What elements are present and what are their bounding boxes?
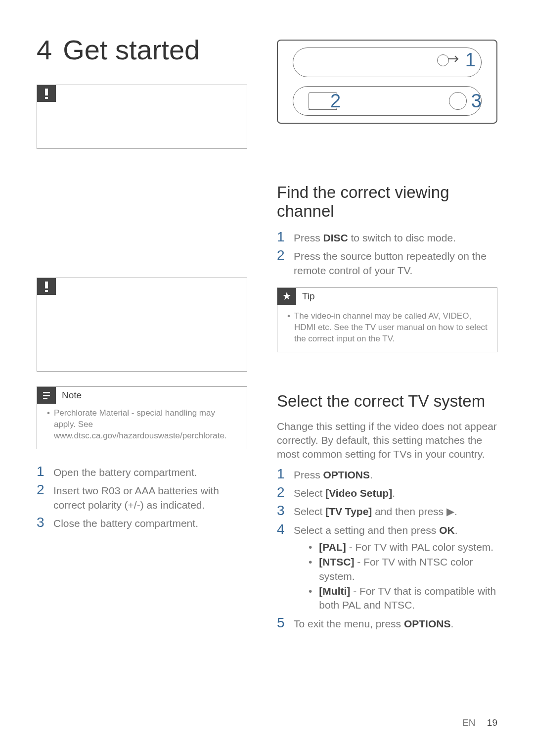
bullet-dot: • (309, 555, 312, 583)
page-footer: EN 19 (462, 717, 497, 728)
section-heading: Find the correct viewing channel (277, 183, 497, 221)
caution-box-1 (37, 85, 247, 149)
step-number: 1 (277, 230, 294, 245)
svg-rect-3 (45, 290, 48, 292)
sub-holder: •[PAL] - For TV with PAL color system.•[… (294, 540, 497, 613)
bullet-dot: • (309, 584, 312, 613)
caution-icon (37, 278, 56, 295)
note-icon (37, 387, 56, 404)
tip-icon (277, 288, 296, 305)
tip-content: • The video-in channel may be called AV,… (277, 305, 497, 352)
bullet-dot: • (287, 311, 290, 345)
caution-box-2 (37, 278, 247, 372)
chapter-number: 4 (37, 34, 52, 66)
chapter-title: 4Get started (37, 34, 247, 66)
caution-header (37, 278, 247, 295)
section-tv-system: Select the correct TV system Change this… (277, 392, 497, 631)
list-item: 5To exit the menu, press OPTIONS. (277, 615, 497, 631)
step-text: Select a setting and then press OK. (294, 522, 458, 537)
step-number: 3 (277, 503, 294, 519)
caution-header (37, 85, 247, 102)
step-text: Press the source button repeatedly on th… (294, 248, 497, 278)
bullet-dot: • (47, 408, 50, 442)
left-column: 4Get started Note (0, 30, 267, 731)
tip-header: Tip (277, 288, 497, 305)
callout-1: 1 (465, 49, 476, 71)
find-channel-steps: 1Press DISC to switch to disc mode. 2Pre… (277, 230, 497, 278)
footer-lang: EN (462, 717, 475, 728)
blank-area-1 (37, 164, 247, 268)
step-number: 2 (277, 485, 294, 500)
battery-steps: 1Open the battery compartment. 2Insert t… (37, 464, 247, 530)
step-text: Open the battery compartment. (53, 464, 197, 479)
note-content: • Perchlorate Material - special handlin… (37, 404, 247, 449)
caution-icon (37, 85, 56, 102)
callout-2: 2 (330, 91, 341, 112)
right-column: English 1 2 3 Find the correct viewing c… (267, 30, 534, 731)
note-label: Note (62, 390, 82, 401)
step-number: 1 (37, 464, 53, 479)
step-text: To exit the menu, press OPTIONS. (294, 615, 453, 631)
svg-rect-5 (43, 395, 50, 396)
step-number: 2 (277, 248, 294, 278)
list-item: 1Open the battery compartment. (37, 464, 247, 479)
illustration-shapes (278, 41, 496, 123)
list-item: 2Insert two R03 or AAA batteries with co… (37, 482, 247, 512)
list-item: 2Press the source button repeatedly on t… (277, 248, 497, 278)
step-number: 1 (277, 467, 294, 482)
step-text: Press DISC to switch to disc mode. (294, 230, 456, 245)
step-text: Insert two R03 or AAA batteries with cor… (53, 482, 247, 512)
tip-label: Tip (302, 291, 315, 302)
tv-system-steps: 1Press OPTIONS.2Select [Video Setup].3Se… (277, 467, 497, 631)
list-item: •[Multi] - For TV that is compatible wit… (309, 584, 497, 613)
list-item: 3Close the battery compartment. (37, 515, 247, 530)
svg-rect-0 (45, 89, 48, 95)
page: 4Get started Note (0, 0, 534, 756)
section-heading: Select the correct TV system (277, 392, 497, 411)
list-item: 2Select [Video Setup]. (277, 485, 497, 500)
svg-rect-2 (45, 282, 48, 288)
list-item: 1Press DISC to switch to disc mode. (277, 230, 497, 245)
step-text: Close the battery compartment. (53, 515, 198, 530)
step-number: 5 (277, 615, 294, 631)
tip-text: The video-in channel may be called AV, V… (294, 311, 489, 345)
footer-page-number: 19 (487, 717, 497, 728)
list-item: 4Select a setting and then press OK. (277, 522, 497, 537)
sub-bullet-list: •[PAL] - For TV with PAL color system.•[… (294, 540, 497, 613)
chapter-name: Get started (63, 34, 200, 65)
callout-3: 3 (471, 91, 482, 112)
note-header: Note (37, 387, 247, 404)
note-text: Perchlorate Material - special handling … (54, 408, 239, 442)
bullet-dot: • (309, 540, 312, 554)
list-item: •[NTSC] - For TV with NTSC color system. (309, 555, 497, 583)
section-find-channel: Find the correct viewing channel 1Press … (277, 183, 497, 278)
section-intro: Change this setting if the video does no… (277, 420, 497, 462)
battery-illustration: 1 2 3 (277, 40, 497, 124)
svg-rect-1 (45, 97, 48, 99)
list-item: •[PAL] - For TV with PAL color system. (309, 540, 497, 554)
list-item: 1Press OPTIONS. (277, 467, 497, 482)
step-text: Press OPTIONS. (294, 467, 373, 482)
step-number: 3 (37, 515, 53, 530)
svg-rect-4 (43, 392, 50, 393)
svg-rect-6 (43, 398, 47, 399)
note-box: Note • Perchlorate Material - special ha… (37, 386, 247, 449)
step-text: Select [Video Setup]. (294, 485, 395, 500)
step-text: Select [TV Type] and then press ▶. (294, 503, 457, 519)
step-number: 2 (37, 482, 53, 512)
list-item: 3Select [TV Type] and then press ▶. (277, 503, 497, 519)
tip-box: Tip • The video-in channel may be called… (277, 287, 497, 352)
step-number: 4 (277, 522, 294, 537)
